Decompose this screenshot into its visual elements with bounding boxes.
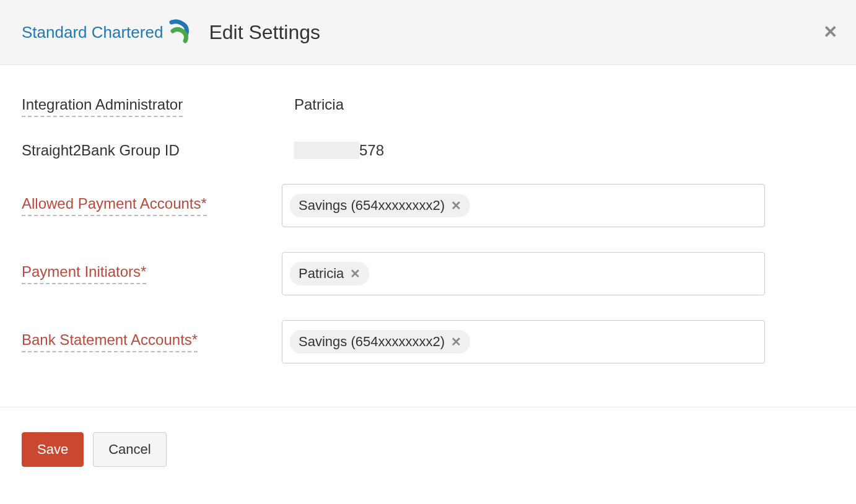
- close-icon: ✕: [823, 22, 837, 41]
- cancel-button[interactable]: Cancel: [93, 432, 166, 467]
- tag-label: Patricia: [299, 266, 344, 282]
- close-icon: ✕: [451, 199, 461, 212]
- modal-footer: Save Cancel: [0, 407, 856, 492]
- tag-remove-button[interactable]: ✕: [451, 199, 461, 212]
- tag-label: Savings (654xxxxxxxx2): [299, 334, 445, 350]
- save-button[interactable]: Save: [22, 432, 84, 467]
- close-icon: ✕: [451, 335, 461, 349]
- tag-item: Patricia ✕: [290, 262, 369, 285]
- row-integration-admin: Integration Administrator Patricia: [22, 96, 834, 117]
- tag-remove-button[interactable]: ✕: [451, 336, 461, 348]
- modal-header: Standard Chartered Edit Settings ✕: [0, 0, 856, 65]
- payment-initiators-input[interactable]: Patricia ✕: [282, 252, 765, 295]
- close-icon: ✕: [350, 267, 360, 280]
- form-content: Integration Administrator Patricia Strai…: [0, 65, 856, 407]
- close-button[interactable]: ✕: [823, 24, 837, 41]
- brand-logo-group: Standard Chartered: [22, 19, 190, 46]
- label-allowed-accounts: Allowed Payment Accounts*: [22, 195, 282, 216]
- redacted-block: [294, 142, 359, 159]
- tag-remove-button[interactable]: ✕: [350, 267, 360, 280]
- label-integration-admin: Integration Administrator: [22, 96, 282, 117]
- value-group-id: 578: [282, 142, 384, 159]
- label-group-id: Straight2Bank Group ID: [22, 142, 282, 159]
- row-group-id: Straight2Bank Group ID 578: [22, 142, 834, 159]
- row-allowed-accounts: Allowed Payment Accounts* Savings (654xx…: [22, 184, 834, 227]
- tag-item: Savings (654xxxxxxxx2) ✕: [290, 330, 470, 354]
- tag-label: Savings (654xxxxxxxx2): [299, 198, 445, 214]
- brand-name: Standard Chartered: [22, 23, 163, 42]
- value-integration-admin: Patricia: [282, 96, 344, 113]
- label-statement-accounts: Bank Statement Accounts*: [22, 331, 282, 352]
- tag-item: Savings (654xxxxxxxx2) ✕: [290, 194, 470, 217]
- statement-accounts-input[interactable]: Savings (654xxxxxxxx2) ✕: [282, 320, 765, 363]
- row-payment-initiators: Payment Initiators* Patricia ✕: [22, 252, 834, 295]
- page-title: Edit Settings: [209, 21, 320, 44]
- brand-logo-icon: [169, 19, 190, 46]
- row-statement-accounts: Bank Statement Accounts* Savings (654xxx…: [22, 320, 834, 363]
- allowed-accounts-input[interactable]: Savings (654xxxxxxxx2) ✕: [282, 184, 765, 227]
- label-payment-initiators: Payment Initiators*: [22, 263, 282, 284]
